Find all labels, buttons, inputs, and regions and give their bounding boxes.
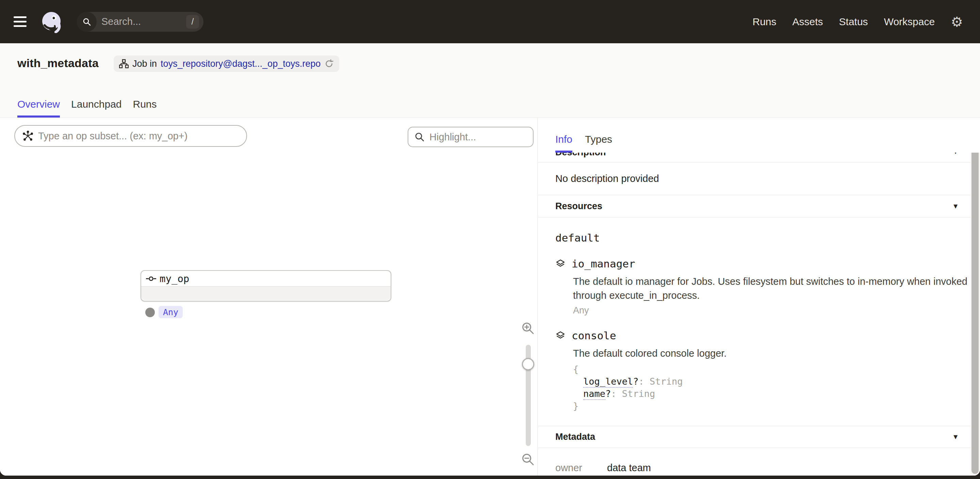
chevron-down-icon: ▼	[952, 433, 959, 441]
search-icon	[77, 12, 97, 32]
op-subset-input[interactable]	[38, 131, 247, 142]
job-icon	[119, 59, 129, 69]
config-brace-close: }	[573, 400, 980, 412]
job-repo-link[interactable]: toys_repository@dagst..._op_toys.repo	[161, 59, 321, 69]
tab-launchpad[interactable]: Launchpad	[71, 99, 121, 118]
nav-link-workspace[interactable]: Workspace	[884, 16, 935, 27]
sidebar-panel: Info Types Description ▼ No description …	[538, 118, 980, 476]
job-badge-prefix: Job in	[132, 59, 157, 69]
config-field-type: String	[622, 388, 655, 399]
config-optional-marker: ?	[605, 388, 611, 399]
metadata-row-owner: owner data team	[555, 462, 980, 474]
op-output-handle	[145, 308, 155, 317]
panel-scroll-area: Description ▼ No description provided Re…	[538, 153, 980, 476]
config-optional-marker: ?	[633, 376, 638, 387]
resource-layers-icon	[555, 331, 566, 340]
op-selector-icon	[22, 131, 33, 141]
nav-link-status[interactable]: Status	[839, 16, 868, 27]
op-node-body	[141, 286, 391, 300]
resource-group-name: default	[555, 232, 980, 244]
reload-icon[interactable]	[324, 59, 334, 69]
resource-description: The default colored console logger.	[573, 346, 980, 361]
metadata-body: owner data team link https://dagster.io	[538, 448, 980, 476]
zoom-in-icon[interactable]	[521, 321, 535, 335]
config-schema: { log_level?: String name?: String }	[573, 363, 980, 412]
section-header-metadata[interactable]: Metadata ▼	[538, 426, 980, 448]
zoom-out-icon[interactable]	[521, 452, 535, 467]
op-node-header: my_op	[141, 271, 391, 286]
job-repo-badge: Job in toys_repository@dagst..._op_toys.…	[114, 56, 339, 72]
search-shortcut-key: /	[186, 15, 199, 29]
config-separator: :	[611, 388, 622, 399]
resources-body: default io_manager The default io manage…	[538, 217, 980, 426]
resource-name: console	[572, 329, 616, 342]
highlight-search-icon	[414, 132, 425, 142]
zoom-slider-thumb[interactable]	[522, 358, 534, 370]
config-brace-open: {	[573, 363, 980, 375]
chevron-down-icon: ▼	[952, 153, 959, 156]
resource-description: The default io manager for Jobs. Uses fi…	[573, 275, 980, 303]
tab-types[interactable]: Types	[585, 134, 612, 153]
chevron-down-icon: ▼	[952, 202, 959, 210]
search-input[interactable]	[102, 16, 186, 27]
section-header-description[interactable]: Description ▼	[538, 153, 980, 163]
dagster-logo-icon[interactable]	[40, 11, 63, 33]
app-content: / Runs Assets Status Workspace ⚙ with_me…	[0, 0, 980, 476]
op-node-name: my_op	[159, 273, 189, 284]
config-field-name[interactable]: name	[583, 388, 605, 400]
panel-tabs: Info Types	[538, 118, 980, 153]
resource-type: Any	[573, 305, 980, 316]
section-header-resources[interactable]: Resources ▼	[538, 195, 980, 217]
tab-info[interactable]: Info	[555, 134, 572, 153]
op-output-type-badge[interactable]: Any	[159, 306, 183, 318]
metadata-key: owner	[555, 462, 607, 474]
resource-name: io_manager	[572, 257, 635, 270]
config-field-name[interactable]: log_level	[583, 376, 633, 388]
op-graph-canvas: my_op Any	[0, 118, 538, 476]
highlight-filter	[408, 127, 533, 147]
description-body: No description provided	[538, 163, 980, 195]
op-subset-filter	[14, 125, 247, 147]
gear-icon[interactable]: ⚙	[951, 15, 963, 29]
global-search: /	[77, 12, 204, 32]
section-title: Resources	[555, 201, 602, 212]
highlight-input[interactable]	[430, 131, 533, 143]
op-icon	[146, 276, 156, 282]
resource-layers-icon	[555, 259, 566, 268]
page-header: with_metadata Job in toys_repository@dag…	[0, 43, 980, 118]
section-title: Description	[555, 153, 606, 158]
op-node-my-op[interactable]: my_op	[140, 270, 391, 302]
config-field-type: String	[649, 376, 683, 387]
tab-runs[interactable]: Runs	[133, 99, 157, 118]
menu-icon[interactable]	[14, 16, 27, 27]
config-field: log_level?: String	[573, 375, 980, 388]
config-field: name?: String	[573, 388, 980, 400]
top-navbar: / Runs Assets Status Workspace ⚙	[0, 0, 980, 43]
tab-overview[interactable]: Overview	[18, 99, 60, 118]
section-title: Metadata	[555, 432, 595, 442]
app-window: / Runs Assets Status Workspace ⚙ with_me…	[0, 0, 980, 479]
navbar-links: Runs Assets Status Workspace ⚙	[752, 15, 980, 29]
resource-item-console: console The default colored console logg…	[555, 329, 980, 412]
config-separator: :	[639, 376, 650, 387]
nav-link-runs[interactable]: Runs	[752, 16, 776, 27]
panel-scrollbar-thumb[interactable]	[972, 148, 978, 474]
nav-link-assets[interactable]: Assets	[792, 16, 823, 27]
page-title: with_metadata	[18, 57, 99, 70]
resource-item-io-manager: io_manager The default io manager for Jo…	[555, 257, 980, 316]
metadata-value: data team	[607, 462, 651, 474]
page-tabs: Overview Launchpad Runs	[18, 99, 157, 118]
